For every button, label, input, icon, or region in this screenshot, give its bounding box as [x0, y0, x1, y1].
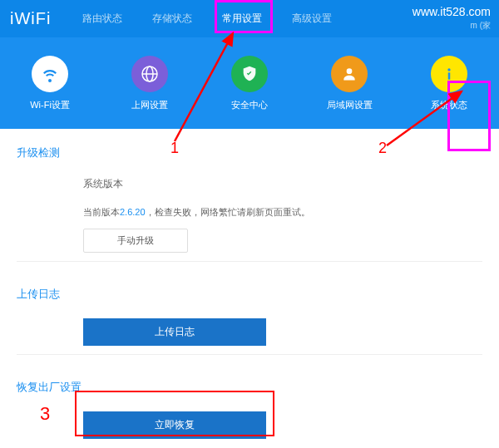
top-bar: iWiFi 路由状态 存储状态 常用设置 高级设置 www.it528.com … [0, 0, 499, 37]
watermark-sub: m (家 [471, 20, 491, 32]
logo: iWiFi [10, 9, 51, 28]
nav-storage-status[interactable]: 存储状态 [137, 0, 207, 37]
watermark: www.it528.com [413, 5, 491, 18]
divider [17, 354, 482, 355]
section-title-reset: 恢复出厂设置 [17, 380, 482, 395]
manual-upgrade-button[interactable]: 手动升级 [83, 229, 188, 253]
section-logs: 上传日志 上传日志 [0, 270, 499, 363]
version-suffix: ，检查失败，网络繁忙请刷新页面重试。 [146, 207, 310, 217]
svg-point-4 [447, 68, 450, 71]
person-icon [331, 56, 368, 92]
icon-wifi-settings[interactable]: Wi-Fi设置 [12, 56, 87, 111]
nav-advanced-settings[interactable]: 高级设置 [277, 0, 347, 37]
icon-internet-settings[interactable]: 上网设置 [112, 56, 187, 111]
icon-security-center[interactable]: 安全中心 [212, 56, 287, 111]
version-number: 2.6.20 [120, 207, 146, 217]
version-text: 当前版本2.6.20，检查失败，网络繁忙请刷新页面重试。 [83, 206, 482, 219]
icon-label: 上网设置 [131, 99, 168, 111]
section-reset: 恢复出厂设置 立即恢复 [0, 363, 499, 447]
icon-lan-settings[interactable]: 局域网设置 [312, 56, 387, 111]
wifi-icon [32, 56, 68, 92]
svg-rect-5 [448, 72, 451, 79]
nav-router-status[interactable]: 路由状态 [67, 0, 137, 37]
version-label: 系统版本 [83, 177, 482, 191]
divider [17, 261, 482, 262]
icon-label: 安全中心 [231, 99, 268, 111]
section-upgrade: 升级检测 系统版本 当前版本2.6.20，检查失败，网络繁忙请刷新页面重试。 手… [0, 129, 499, 270]
restore-now-button[interactable]: 立即恢复 [83, 411, 266, 439]
icon-label: Wi-Fi设置 [30, 99, 70, 111]
top-nav: 路由状态 存储状态 常用设置 高级设置 [67, 0, 347, 37]
svg-point-3 [347, 68, 353, 74]
globe-icon [131, 56, 168, 92]
shield-icon [231, 56, 268, 92]
icon-label: 系统状态 [431, 99, 467, 111]
version-prefix: 当前版本 [83, 207, 120, 217]
section-title-upgrade: 升级检测 [17, 145, 482, 160]
icon-row: Wi-Fi设置 上网设置 安全中心 局域网设置 系统状态 [0, 37, 499, 129]
icon-system-status[interactable]: 系统状态 [412, 56, 487, 111]
section-title-logs: 上传日志 [17, 287, 482, 302]
icon-label: 局域网设置 [327, 99, 373, 111]
nav-common-settings[interactable]: 常用设置 [207, 0, 277, 37]
info-icon [431, 56, 467, 92]
upload-logs-button[interactable]: 上传日志 [83, 318, 266, 346]
